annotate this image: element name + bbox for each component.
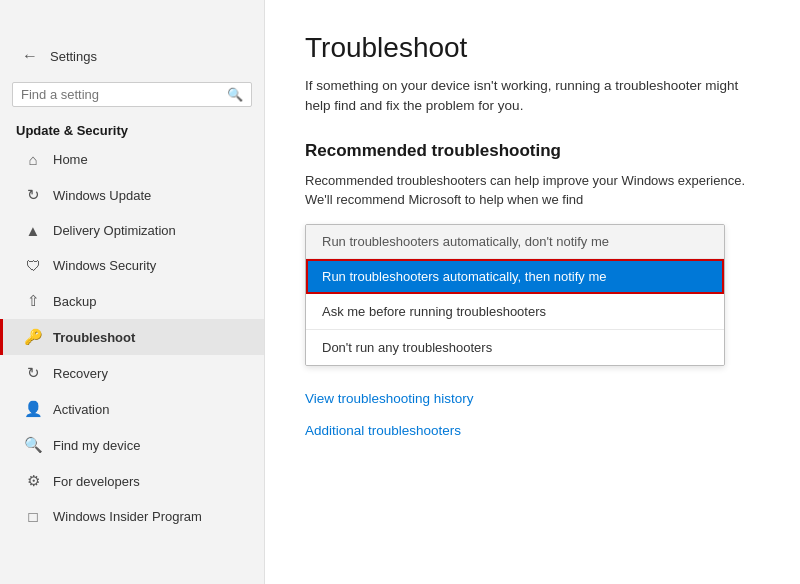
search-input[interactable]: [21, 87, 227, 102]
update-icon: ↻: [23, 186, 43, 204]
shield-icon: 🛡: [23, 257, 43, 274]
option-ask[interactable]: Ask me before running troubleshooters: [306, 294, 724, 330]
sidebar-item-windows-insider[interactable]: □ Windows Insider Program: [0, 499, 264, 534]
sidebar-item-home[interactable]: ⌂ Home: [0, 142, 264, 177]
sidebar-item-label: Home: [53, 152, 88, 167]
option-none[interactable]: Don't run any troubleshooters: [306, 330, 724, 365]
recovery-icon: ↻: [23, 364, 43, 382]
sidebar-item-label: Windows Security: [53, 258, 156, 273]
content-area: Troubleshoot If something on your device…: [265, 0, 800, 584]
find-device-icon: 🔍: [23, 436, 43, 454]
sidebar-item-label: Activation: [53, 402, 109, 417]
insider-icon: □: [23, 508, 43, 525]
sidebar-item-label: Find my device: [53, 438, 140, 453]
search-box[interactable]: 🔍: [12, 82, 252, 107]
sidebar-item-label: Troubleshoot: [53, 330, 135, 345]
sidebar-item-windows-update[interactable]: ↻ Windows Update: [0, 177, 264, 213]
section-description: Recommended troubleshooters can help imp…: [305, 171, 760, 210]
options-dropdown: Run troubleshooters automatically, don't…: [305, 224, 725, 366]
app-title: Settings: [50, 49, 97, 64]
sidebar-item-troubleshoot[interactable]: 🔑 Troubleshoot: [0, 319, 264, 355]
delivery-icon: ▲: [23, 222, 43, 239]
sidebar-item-delivery-optimization[interactable]: ▲ Delivery Optimization: [0, 213, 264, 248]
sidebar-item-backup[interactable]: ⇧ Backup: [0, 283, 264, 319]
section-title: Recommended troubleshooting: [305, 141, 760, 161]
sidebar-item-label: Backup: [53, 294, 96, 309]
option-dont-notify[interactable]: Run troubleshooters automatically, don't…: [306, 225, 724, 259]
page-title: Troubleshoot: [305, 32, 760, 64]
search-icon[interactable]: 🔍: [227, 87, 243, 102]
sidebar-item-windows-security[interactable]: 🛡 Windows Security: [0, 248, 264, 283]
back-button[interactable]: ←: [16, 42, 44, 70]
sidebar-item-label: Windows Update: [53, 188, 151, 203]
sidebar-item-label: Recovery: [53, 366, 108, 381]
developer-icon: ⚙: [23, 472, 43, 490]
sidebar-item-for-developers[interactable]: ⚙ For developers: [0, 463, 264, 499]
sidebar-item-activation[interactable]: 👤 Activation: [0, 391, 264, 427]
additional-troubleshooters-link[interactable]: Additional troubleshooters: [305, 423, 461, 438]
troubleshoot-icon: 🔑: [23, 328, 43, 346]
section-label: Update & Security: [0, 111, 264, 142]
sidebar-item-find-my-device[interactable]: 🔍 Find my device: [0, 427, 264, 463]
sidebar-item-label: For developers: [53, 474, 140, 489]
sidebar-item-label: Delivery Optimization: [53, 223, 176, 238]
sidebar: ← Settings 🔍 Update & Security ⌂ Home ↻ …: [0, 0, 265, 584]
view-history-link[interactable]: View troubleshooting history: [305, 391, 474, 406]
sidebar-item-recovery[interactable]: ↻ Recovery: [0, 355, 264, 391]
option-notify-selected[interactable]: Run troubleshooters automatically, then …: [306, 259, 724, 294]
backup-icon: ⇧: [23, 292, 43, 310]
home-icon: ⌂: [23, 151, 43, 168]
activation-icon: 👤: [23, 400, 43, 418]
sidebar-item-label: Windows Insider Program: [53, 509, 202, 524]
page-description: If something on your device isn't workin…: [305, 76, 760, 117]
sidebar-header: ← Settings: [0, 32, 264, 74]
